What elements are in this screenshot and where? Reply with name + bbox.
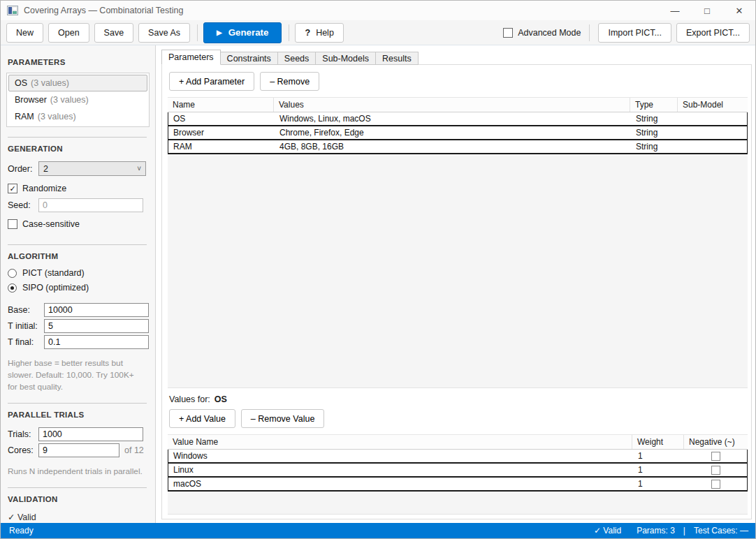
negative-checkbox[interactable] <box>711 466 720 475</box>
cell-type[interactable]: String <box>631 126 678 139</box>
column-header-sub-model[interactable]: Sub-Model <box>678 98 748 112</box>
case-sensitive-label[interactable]: Case-sensitive <box>22 219 80 229</box>
add-value-button[interactable]: + Add Value <box>169 409 235 428</box>
close-icon[interactable]: ✕ <box>723 1 755 20</box>
sipo-radio[interactable]: SIPO (optimized) <box>8 283 150 293</box>
save-as-button[interactable]: Save As <box>138 23 190 43</box>
parameter-item-os[interactable]: OS (3 values) <box>8 75 147 91</box>
randomize-checkbox[interactable]: ✓ Randomize <box>8 184 66 193</box>
table-row[interactable]: Linux 1 <box>168 464 747 478</box>
advanced-mode-checkbox[interactable]: Advanced Mode <box>503 28 581 38</box>
generate-label: Generate <box>228 27 269 38</box>
parameters-table: Name Values Type Sub-Model OS Windows, L… <box>168 97 748 388</box>
table-empty-area <box>168 154 748 383</box>
status-right: ✓ Valid Params: 3 | Test Cases: — <box>579 526 748 536</box>
t-initial-label: T initial: <box>8 321 44 331</box>
t-final-input[interactable] <box>44 335 149 349</box>
t-final-label: T final: <box>8 337 44 347</box>
cell-value-name[interactable]: Windows <box>168 450 633 462</box>
sipo-radio-label[interactable]: SIPO (optimized) <box>22 283 89 293</box>
cell-sub-model[interactable] <box>678 140 747 153</box>
checkbox-icon[interactable] <box>503 28 513 38</box>
add-parameter-button[interactable]: + Add Parameter <box>169 72 254 91</box>
radio-selected-icon[interactable] <box>8 283 17 293</box>
export-pict-button[interactable]: Export PICT... <box>676 23 750 43</box>
tab-results[interactable]: Results <box>376 52 419 65</box>
cell-sub-model[interactable] <box>678 112 747 125</box>
play-icon: ▶ <box>217 29 222 36</box>
values-for-param: OS <box>215 394 227 404</box>
values-for-label: Values for: <box>169 394 210 404</box>
chevron-down-icon: ˅ <box>137 165 141 172</box>
trials-input[interactable] <box>38 427 143 441</box>
cell-type[interactable]: String <box>631 112 678 125</box>
parameter-count: (3 values) <box>31 78 69 88</box>
cell-sub-model[interactable] <box>678 126 747 139</box>
cell-name[interactable]: OS <box>168 112 275 125</box>
cell-values[interactable]: Chrome, Firefox, Edge <box>275 126 631 139</box>
cell-type[interactable]: String <box>631 140 678 153</box>
advanced-mode-label[interactable]: Advanced Mode <box>518 28 581 38</box>
remove-parameter-button[interactable]: – Remove <box>260 72 319 91</box>
cores-suffix: of 12 <box>124 445 144 455</box>
maximize-icon[interactable]: □ <box>691 1 723 20</box>
base-input[interactable] <box>44 303 149 317</box>
cell-name[interactable]: RAM <box>168 140 275 153</box>
toolbar-separator <box>289 24 289 41</box>
minimize-icon[interactable]: — <box>659 1 691 20</box>
cell-values[interactable]: Windows, Linux, macOS <box>275 112 631 125</box>
cell-values[interactable]: 4GB, 8GB, 16GB <box>275 140 631 153</box>
tab-seeds[interactable]: Seeds <box>278 52 316 65</box>
column-header-weight[interactable]: Weight <box>632 435 684 449</box>
checkbox-icon[interactable] <box>8 219 17 229</box>
import-pict-button[interactable]: Import PICT... <box>598 23 671 43</box>
column-header-name[interactable]: Name <box>168 98 274 112</box>
table-row[interactable]: RAM 4GB, 8GB, 16GB String <box>168 140 747 154</box>
tab-sub-models[interactable]: Sub-Models <box>316 52 376 65</box>
randomize-label[interactable]: Randomize <box>22 184 66 193</box>
tab-strip: Parameters Constraints Seeds Sub-Models … <box>161 51 419 65</box>
parameter-item-browser[interactable]: Browser (3 values) <box>8 91 147 108</box>
checkbox-checked-icon[interactable]: ✓ <box>8 184 17 193</box>
tab-constraints[interactable]: Constraints <box>221 52 278 65</box>
status-test-cases: Test Cases: — <box>694 526 748 536</box>
order-dropdown[interactable]: 2 ˅ <box>38 161 146 176</box>
column-header-values[interactable]: Values <box>274 98 630 112</box>
cell-value-name[interactable]: macOS <box>168 478 633 490</box>
parameter-count: (3 values) <box>38 112 76 121</box>
negative-checkbox[interactable] <box>711 480 720 489</box>
pict-radio[interactable]: PICT (standard) <box>8 268 150 278</box>
seed-input[interactable] <box>38 198 143 212</box>
help-button[interactable]: ? Help <box>295 23 343 43</box>
negative-checkbox[interactable] <box>711 452 720 461</box>
cell-name[interactable]: Browser <box>168 126 275 139</box>
column-header-type[interactable]: Type <box>630 98 678 112</box>
new-button[interactable]: New <box>6 23 43 43</box>
order-value: 2 <box>43 164 48 174</box>
table-row[interactable]: macOS 1 <box>168 478 747 492</box>
pict-radio-label[interactable]: PICT (standard) <box>22 268 85 278</box>
table-row[interactable]: Browser Chrome, Firefox, Edge String <box>168 126 747 140</box>
generate-button[interactable]: ▶ Generate <box>203 22 282 43</box>
column-header-negative[interactable]: Negative (~) <box>684 435 748 449</box>
cell-negative <box>685 450 747 462</box>
question-mark-icon: ? <box>305 28 310 38</box>
parallel-trials-heading: PARALLEL TRIALS <box>8 411 150 419</box>
column-header-value-name[interactable]: Value Name <box>168 435 632 449</box>
tab-parameters[interactable]: Parameters <box>161 50 221 65</box>
parameter-item-ram[interactable]: RAM (3 values) <box>8 108 147 125</box>
cell-weight[interactable]: 1 <box>633 478 685 490</box>
table-row[interactable]: OS Windows, Linux, macOS String <box>168 112 747 126</box>
open-button[interactable]: Open <box>48 23 89 43</box>
cell-weight[interactable]: 1 <box>633 464 685 476</box>
cell-value-name[interactable]: Linux <box>168 464 633 476</box>
cell-weight[interactable]: 1 <box>633 450 685 462</box>
case-sensitive-checkbox[interactable]: Case-sensitive <box>8 219 80 229</box>
remove-value-button[interactable]: – Remove Value <box>241 409 325 428</box>
cores-input[interactable] <box>38 443 119 457</box>
t-initial-input[interactable] <box>44 319 149 333</box>
radio-icon[interactable] <box>8 269 17 278</box>
table-row[interactable]: Windows 1 <box>168 450 747 464</box>
save-button[interactable]: Save <box>94 23 134 43</box>
base-label: Base: <box>8 305 44 315</box>
